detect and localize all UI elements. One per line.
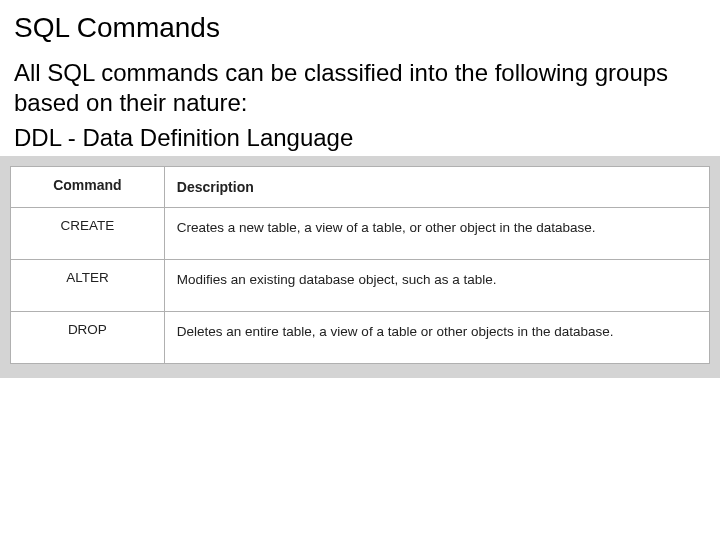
table-container: Command Description CREATE Creates a new… [0, 156, 720, 378]
header-description: Description [164, 167, 709, 208]
cell-description: Deletes an entire table, a view of a tab… [164, 312, 709, 364]
cell-command: DROP [11, 312, 165, 364]
cell-description: Creates a new table, a view of a table, … [164, 208, 709, 260]
table-header-row: Command Description [11, 167, 710, 208]
cell-description: Modifies an existing database object, su… [164, 260, 709, 312]
table-row: DROP Deletes an entire table, a view of … [11, 312, 710, 364]
page-title: SQL Commands [14, 12, 706, 44]
section-subheading: DDL - Data Definition Language [14, 124, 706, 152]
table-row: CREATE Creates a new table, a view of a … [11, 208, 710, 260]
cell-command: ALTER [11, 260, 165, 312]
table-row: ALTER Modifies an existing database obje… [11, 260, 710, 312]
header-command: Command [11, 167, 165, 208]
ddl-commands-table: Command Description CREATE Creates a new… [10, 166, 710, 364]
cell-command: CREATE [11, 208, 165, 260]
intro-text: All SQL commands can be classified into … [14, 58, 706, 118]
